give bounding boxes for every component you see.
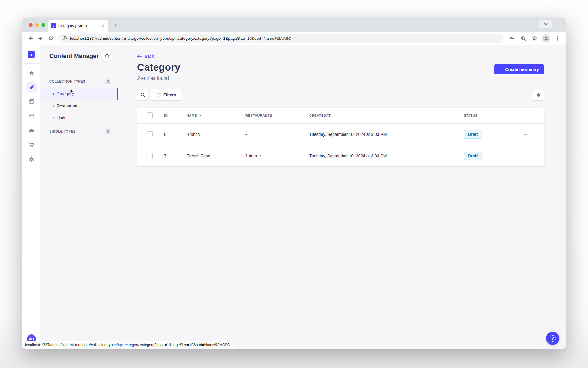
table-settings-button[interactable] xyxy=(533,89,544,101)
single-types-label: SINGLE TYPES xyxy=(49,130,75,133)
close-window-button[interactable] xyxy=(29,23,33,27)
help-button[interactable]: ? xyxy=(546,332,559,345)
column-header-id[interactable]: ID xyxy=(164,114,187,117)
forward-nav-icon[interactable] xyxy=(36,33,46,43)
window-controls xyxy=(29,23,45,27)
url-text: localhost:1337/admin/content-manager/col… xyxy=(70,36,291,41)
new-tab-button[interactable]: + xyxy=(111,21,120,29)
password-key-icon[interactable] xyxy=(507,33,517,43)
column-header-name[interactable]: NAME ▲ xyxy=(187,114,245,117)
cell-id: 8 xyxy=(164,132,187,137)
sidebar-item-content-type-builder[interactable] xyxy=(26,111,37,121)
cell-createdat: Tuesday, September 10, 2024 at 3:03 PM xyxy=(309,153,464,158)
subnav-item-label: User xyxy=(57,115,66,120)
strapi-favicon-icon xyxy=(51,23,56,28)
bullet-icon: • xyxy=(53,104,54,108)
entries-table: ID NAME ▲ RESTAURANTS CREATEDAT STATUS 8 xyxy=(137,108,544,166)
subnav-item-user[interactable]: • User xyxy=(40,112,118,124)
column-header-createdat[interactable]: CREATEDAT xyxy=(309,114,464,117)
sidebar-item-settings[interactable] xyxy=(26,154,37,165)
question-mark-icon: ? xyxy=(550,335,556,342)
filters-button[interactable]: Filters xyxy=(151,89,181,101)
subnav-item-label: Restaurant xyxy=(57,104,77,108)
zoom-magnifier-icon[interactable] xyxy=(518,33,528,43)
search-icon xyxy=(140,92,145,97)
sidebar-item-media-library[interactable] xyxy=(26,96,37,107)
back-arrow-icon xyxy=(137,54,142,58)
layout-icon xyxy=(28,113,34,119)
browser-window: Category | Strapi × + localhost:1337/adm… xyxy=(22,18,566,349)
tab-search-chevron-icon[interactable] xyxy=(539,20,552,28)
row-actions-dots-icon[interactable]: ⋯ xyxy=(523,153,544,159)
table-row[interactable]: 7 French Food 1 item ▾ Tuesday, Septembe… xyxy=(137,145,544,166)
browser-tab[interactable]: Category | Strapi × xyxy=(48,20,108,32)
status-badge: Draft xyxy=(464,130,482,139)
table-search-button[interactable] xyxy=(137,89,148,101)
desktop: Category | Strapi × + localhost:1337/adm… xyxy=(0,0,588,368)
media-library-icon xyxy=(28,99,34,105)
feather-icon xyxy=(28,84,34,90)
subnav-title: Content Manager xyxy=(49,53,99,60)
plus-icon: + xyxy=(499,66,503,72)
column-header-status[interactable]: STATUS xyxy=(464,114,522,117)
cell-restaurants[interactable]: 1 item ▾ xyxy=(245,153,309,158)
content-manager-subnav: Content Manager COLLECTION TYPES 3 • Cat… xyxy=(40,45,118,349)
browser-toolbar: localhost:1337/admin/content-manager/col… xyxy=(22,32,566,45)
gear-icon xyxy=(536,92,541,98)
subnav-item-restaurant[interactable]: • Restaurant xyxy=(40,100,118,112)
cloud-icon xyxy=(28,127,35,134)
chevron-down-icon: ▾ xyxy=(259,154,261,158)
cell-createdat: Tuesday, September 10, 2024 at 3:03 PM xyxy=(309,132,464,137)
sort-ascending-icon[interactable]: ▲ xyxy=(199,114,202,117)
filter-lines-icon xyxy=(157,93,161,97)
row-checkbox[interactable] xyxy=(147,153,153,159)
table-row[interactable]: 8 Brunch - Tuesday, September 10, 2024 a… xyxy=(137,123,544,145)
page-title: Category xyxy=(137,62,181,73)
tab-close-icon[interactable]: × xyxy=(101,23,106,29)
sidebar-item-content-manager[interactable] xyxy=(26,82,37,93)
zoom-window-button[interactable] xyxy=(41,23,45,27)
create-new-entry-label: Create new entry xyxy=(505,67,539,72)
tab-title: Category | Strapi xyxy=(58,24,98,28)
cell-name: French Food xyxy=(187,153,245,158)
select-all-checkbox[interactable] xyxy=(147,112,153,118)
browser-menu-dots-icon[interactable] xyxy=(553,33,563,43)
strapi-logo-icon[interactable] xyxy=(28,51,35,58)
status-badge: Draft xyxy=(464,152,482,160)
back-nav-icon[interactable] xyxy=(25,33,36,43)
url-bar[interactable]: localhost:1337/admin/content-manager/col… xyxy=(58,34,504,43)
home-icon xyxy=(28,70,34,76)
collection-types-count-badge: 3 xyxy=(105,78,111,84)
bullet-icon: • xyxy=(53,115,54,120)
row-actions-dots-icon[interactable]: ⋯ xyxy=(523,132,544,137)
cart-icon xyxy=(28,142,34,148)
main-nav-rail: KD xyxy=(22,45,40,349)
subnav-item-category[interactable]: • Category xyxy=(40,88,118,100)
back-link[interactable]: Back xyxy=(137,54,154,59)
browser-profile-avatar[interactable] xyxy=(542,34,550,42)
create-new-entry-button[interactable]: + Create new entry xyxy=(494,64,544,74)
row-checkbox[interactable] xyxy=(147,131,153,137)
tab-strip: Category | Strapi × + xyxy=(22,18,566,32)
single-types-count-badge: 0 xyxy=(105,128,111,134)
page-info-icon[interactable] xyxy=(62,36,67,41)
minimize-window-button[interactable] xyxy=(35,23,39,27)
column-header-restaurants[interactable]: RESTAURANTS xyxy=(245,114,309,117)
sidebar-item-cloud[interactable] xyxy=(26,125,37,136)
strapi-app: KD Content Manager COLLECTION TYPES 3 xyxy=(22,45,566,349)
table-header-row: ID NAME ▲ RESTAURANTS CREATEDAT STATUS xyxy=(137,108,544,123)
back-label: Back xyxy=(145,54,154,59)
sidebar-item-marketplace[interactable] xyxy=(26,139,37,150)
entries-count: 2 entries found xyxy=(137,76,181,81)
search-icon xyxy=(105,54,110,58)
subnav-divider xyxy=(49,70,57,70)
bookmark-star-icon[interactable] xyxy=(529,33,539,43)
cell-name: Brunch xyxy=(187,132,245,137)
collection-types-label: COLLECTION TYPES xyxy=(49,80,85,83)
cell-id: 7 xyxy=(164,153,187,158)
sidebar-item-home[interactable] xyxy=(26,68,37,78)
filters-label: Filters xyxy=(163,92,176,97)
subnav-search-button[interactable] xyxy=(102,51,112,61)
cell-restaurants: - xyxy=(245,132,309,137)
reload-icon[interactable] xyxy=(46,33,56,43)
